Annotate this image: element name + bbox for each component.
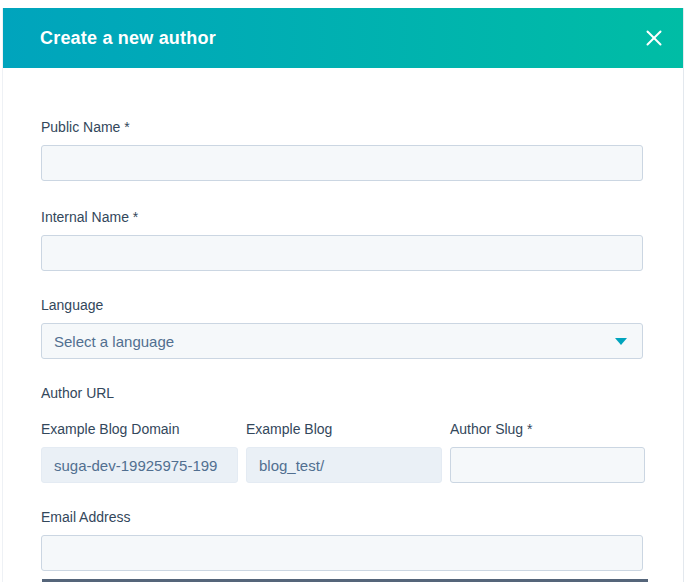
author-url-label: Author URL [41, 384, 643, 402]
language-label: Language [41, 296, 643, 314]
email-address-label: Email Address [41, 508, 643, 526]
example-blog-domain-input [41, 447, 238, 483]
field-example-blog-domain: Example Blog Domain [41, 420, 238, 483]
close-button[interactable] [641, 25, 667, 51]
example-blog-domain-label: Example Blog Domain [41, 420, 238, 438]
author-slug-label: Author Slug * [450, 420, 645, 438]
author-url-grid: Example Blog Domain Example Blog Author … [41, 420, 643, 483]
field-author-slug: Author Slug * [450, 420, 645, 483]
field-public-name: Public Name * [41, 118, 643, 181]
public-name-input[interactable] [41, 145, 643, 181]
internal-name-input[interactable] [41, 235, 643, 271]
field-language: Language Select a language [41, 296, 643, 359]
public-name-label: Public Name * [41, 118, 643, 136]
email-address-input[interactable] [41, 535, 643, 571]
modal-body: Public Name * Internal Name * Language S… [3, 68, 683, 571]
example-blog-input [246, 447, 442, 483]
example-blog-label: Example Blog [246, 420, 442, 438]
field-author-url: Author URL Example Blog Domain Example B… [41, 384, 643, 483]
language-select-value: Select a language [54, 333, 174, 350]
language-select[interactable]: Select a language [41, 323, 643, 359]
create-author-modal: Create a new author Public Name * Intern… [2, 8, 684, 582]
field-internal-name: Internal Name * [41, 208, 643, 271]
chevron-down-icon [615, 338, 627, 345]
author-slug-input[interactable] [450, 447, 645, 483]
field-example-blog: Example Blog [246, 420, 442, 483]
internal-name-label: Internal Name * [41, 208, 643, 226]
modal-header: Create a new author [3, 8, 683, 68]
field-email-address: Email Address [41, 508, 643, 571]
close-icon [645, 29, 663, 47]
modal-title: Create a new author [40, 28, 216, 49]
